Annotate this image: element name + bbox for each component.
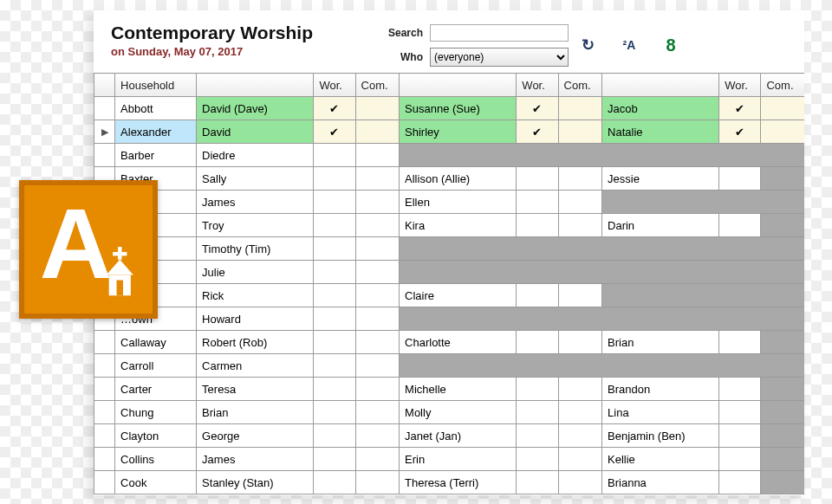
household-cell[interactable]: Cook	[115, 471, 197, 494]
com-cell[interactable]	[558, 331, 602, 354]
wor-cell[interactable]	[314, 144, 355, 167]
col-wor-1[interactable]: Wor.	[314, 74, 355, 97]
wor-cell[interactable]	[314, 167, 355, 191]
col-com-3[interactable]: Com.	[761, 74, 804, 97]
com-cell[interactable]	[761, 120, 804, 144]
col-com-1[interactable]: Com.	[355, 74, 400, 97]
com-cell[interactable]	[761, 97, 804, 120]
household-cell[interactable]: Carter	[115, 378, 197, 401]
cell[interactable]: Lina	[602, 401, 719, 424]
cell[interactable]: Kira	[400, 214, 517, 237]
cell[interactable]: Brianna	[602, 471, 719, 494]
cell[interactable]: Benjamin (Ben)	[602, 424, 719, 448]
com-cell[interactable]	[355, 120, 400, 144]
cell[interactable]: Brandon	[602, 378, 719, 401]
cell[interactable]: Timothy (Tim)	[197, 237, 314, 261]
table-row[interactable]: BarberDiedre	[94, 144, 805, 167]
household-cell[interactable]: Clayton	[115, 424, 197, 448]
wor-cell[interactable]	[314, 97, 355, 120]
com-cell[interactable]	[355, 424, 400, 448]
wor-cell[interactable]	[517, 378, 558, 401]
cell[interactable]: Howard	[197, 307, 314, 331]
wor-cell[interactable]	[314, 354, 355, 378]
table-row[interactable]: AbbottDavid (Dave)Susanne (Sue)Jacob	[94, 97, 805, 120]
table-row[interactable]: CookStanley (Stan)Theresa (Terri)Brianna	[94, 471, 805, 494]
wor-cell[interactable]	[314, 424, 355, 448]
wor-cell[interactable]	[517, 424, 558, 448]
wor-cell[interactable]	[719, 448, 761, 471]
cell[interactable]: Rick	[197, 284, 314, 307]
com-cell[interactable]	[355, 97, 400, 120]
attendance-grid[interactable]: Household Wor. Com. Wor. Com. Wor. Com. …	[94, 73, 804, 494]
com-cell[interactable]	[558, 448, 602, 471]
cell[interactable]: Brian	[197, 401, 314, 424]
wor-cell[interactable]	[517, 401, 558, 424]
com-cell[interactable]	[558, 167, 602, 191]
cell[interactable]: Susanne (Sue)	[400, 97, 517, 120]
com-cell[interactable]	[558, 191, 602, 214]
com-cell[interactable]	[558, 214, 602, 237]
table-row[interactable]: …nRickClaire	[94, 284, 805, 307]
wor-cell[interactable]	[314, 378, 355, 401]
cell[interactable]: Claire	[400, 284, 517, 307]
cell[interactable]: Molly	[400, 401, 517, 424]
col-wor-2[interactable]: Wor.	[517, 74, 558, 97]
cell[interactable]: Brian	[602, 331, 719, 354]
household-cell[interactable]: Chung	[115, 401, 197, 424]
com-cell[interactable]	[355, 237, 400, 261]
com-cell[interactable]	[355, 144, 400, 167]
table-row[interactable]: …dictTimothy (Tim)	[94, 237, 805, 261]
cell[interactable]: Jacob	[602, 97, 719, 120]
com-cell[interactable]	[355, 191, 400, 214]
table-row[interactable]: …sJulie	[94, 261, 805, 284]
table-row[interactable]: CallawayRobert (Rob)CharlotteBrian	[94, 331, 805, 354]
com-cell[interactable]	[355, 331, 400, 354]
cell[interactable]: Allison (Allie)	[400, 167, 517, 191]
table-row[interactable]: TroyKiraDarin	[94, 214, 805, 237]
cell[interactable]: Charlotte	[400, 331, 517, 354]
household-cell[interactable]: Callaway	[115, 331, 197, 354]
wor-cell[interactable]	[719, 167, 761, 191]
table-row[interactable]: CollinsJamesErinKellie	[94, 448, 805, 471]
wor-cell[interactable]	[517, 471, 558, 494]
wor-cell[interactable]	[719, 424, 761, 448]
wor-cell[interactable]	[314, 284, 355, 307]
com-cell[interactable]	[558, 401, 602, 424]
wor-cell[interactable]	[314, 331, 355, 354]
cell[interactable]: George	[197, 424, 314, 448]
com-cell[interactable]	[558, 97, 602, 120]
cell[interactable]: Erin	[400, 448, 517, 471]
cell[interactable]: Shirley	[400, 120, 517, 144]
wor-cell[interactable]	[517, 191, 558, 214]
cell[interactable]: Sally	[197, 167, 314, 191]
wor-cell[interactable]	[314, 214, 355, 237]
household-cell[interactable]: Collins	[115, 448, 197, 471]
wor-cell[interactable]	[719, 214, 761, 237]
cell[interactable]: David (Dave)	[197, 97, 314, 120]
table-row[interactable]: ▶AlexanderDavidShirleyNatalie	[94, 120, 805, 144]
com-cell[interactable]	[558, 471, 602, 494]
com-cell[interactable]	[558, 284, 602, 307]
cell[interactable]: Theresa (Terri)	[400, 471, 517, 494]
wor-cell[interactable]	[719, 120, 761, 144]
cell[interactable]: Troy	[197, 214, 314, 237]
table-row[interactable]: CarterTeresaMichelleBrandon	[94, 378, 805, 401]
font-toggle-icon[interactable]: ²A	[617, 33, 641, 57]
com-cell[interactable]	[355, 167, 400, 191]
col-wor-3[interactable]: Wor.	[719, 74, 761, 97]
cell[interactable]: James	[197, 448, 314, 471]
wor-cell[interactable]	[517, 284, 558, 307]
wor-cell[interactable]	[719, 331, 761, 354]
wor-cell[interactable]	[517, 97, 558, 120]
com-cell[interactable]	[558, 424, 602, 448]
wor-cell[interactable]	[517, 167, 558, 191]
who-select[interactable]: (everyone)	[430, 48, 569, 67]
household-cell[interactable]: Carroll	[115, 354, 197, 378]
cell[interactable]: Janet (Jan)	[400, 424, 517, 448]
table-row[interactable]: …ownHoward	[94, 307, 805, 331]
com-cell[interactable]	[355, 378, 400, 401]
cell[interactable]: Julie	[197, 261, 314, 284]
wor-cell[interactable]	[719, 471, 761, 494]
com-cell[interactable]	[355, 401, 400, 424]
col-com-2[interactable]: Com.	[558, 74, 602, 97]
